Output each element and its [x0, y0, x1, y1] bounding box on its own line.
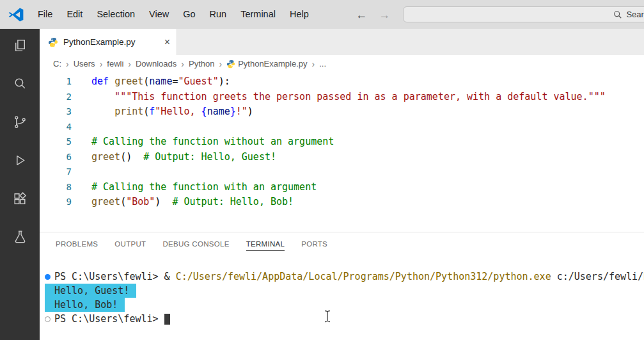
terminal-line[interactable]: Hello, Bob! — [40, 298, 644, 312]
search-icon — [613, 10, 622, 19]
line-number[interactable]: 1 — [40, 74, 72, 90]
menu-edit[interactable]: Edit — [59, 0, 90, 29]
title-bar: FileEditSelectionViewGoRunTerminalHelp ←… — [0, 0, 644, 29]
terminal-line[interactable]: Hello, Guest! — [40, 284, 644, 298]
code-line-4[interactable]: 4 — [40, 120, 644, 135]
close-icon[interactable]: × — [164, 37, 170, 47]
line-number[interactable]: 5 — [40, 134, 72, 150]
breadcrumb-item-c[interactable]: C: — [53, 59, 61, 69]
extensions-icon[interactable] — [12, 191, 28, 207]
history-navigation: ← → — [356, 0, 390, 29]
forward-arrow-icon[interactable]: → — [379, 9, 390, 20]
terminal-cursor — [164, 314, 170, 325]
chevron-right-icon: › — [181, 59, 184, 69]
line-number[interactable]: 6 — [40, 150, 72, 165]
editor-group: PythonExample.py × C:›Users›fewli›Downlo… — [40, 29, 644, 340]
terminal-content[interactable]: PS C:\Users\fewli> & C:/Users/fewli/AppD… — [40, 258, 644, 326]
search-placeholder: Search — [626, 10, 644, 19]
code-line-content[interactable]: greet() # Output: Hello, Guest! — [91, 150, 276, 165]
code-line-7[interactable]: 7 — [40, 165, 644, 180]
code-line-content[interactable]: print(f"Hello, {name}!") — [91, 104, 253, 120]
testing-icon[interactable] — [12, 229, 28, 245]
files-icon[interactable] — [12, 37, 28, 53]
panel-tab-terminal[interactable]: TERMINAL — [238, 232, 294, 258]
line-number[interactable]: 7 — [40, 165, 72, 180]
command-decoration-dot[interactable] — [45, 274, 51, 280]
mouse-cursor-ibeam — [323, 310, 332, 323]
line-number[interactable]: 8 — [40, 180, 72, 195]
menu-file[interactable]: File — [31, 0, 59, 29]
breadcrumb: C:›Users›fewli›Downloads›Python› PythonE… — [40, 55, 644, 72]
tab-label: PythonExample.py — [63, 37, 136, 47]
chevron-right-icon: › — [219, 59, 222, 69]
vscode-logo-icon — [8, 6, 24, 23]
code-line-content[interactable]: greet("Bob") # Output: Hello, Bob! — [91, 195, 294, 210]
menu-run[interactable]: Run — [203, 0, 234, 29]
line-number[interactable]: 9 — [40, 195, 72, 210]
selected-terminal-text: Hello, Guest! — [45, 284, 136, 298]
code-line-3[interactable]: 3 print(f"Hello, {name}!") — [40, 104, 644, 120]
menu-go[interactable]: Go — [176, 0, 202, 29]
selected-terminal-text: Hello, Bob! — [45, 298, 125, 312]
run-debug-icon[interactable] — [12, 152, 28, 168]
code-line-content[interactable]: def greet(name="Guest"): — [91, 74, 230, 90]
menu-bar: FileEditSelectionViewGoRunTerminalHelp — [31, 0, 316, 29]
activity-bar — [0, 29, 40, 340]
code-line-1[interactable]: 1def greet(name="Guest"): — [40, 74, 644, 90]
chevron-right-icon: › — [312, 59, 315, 69]
code-line-5[interactable]: 5# Calling the function without an argum… — [40, 134, 644, 150]
panel-tab-debug-console[interactable]: DEBUG CONSOLE — [154, 232, 237, 258]
chevron-right-icon: › — [100, 59, 103, 69]
back-arrow-icon[interactable]: ← — [356, 9, 367, 20]
breadcrumb-item-python[interactable]: Python — [189, 59, 214, 69]
breadcrumb-item-downloads[interactable]: Downloads — [136, 59, 177, 69]
panel-tab-ports[interactable]: PORTS — [293, 232, 336, 258]
python-icon — [48, 37, 58, 47]
chevron-right-icon: › — [128, 59, 131, 69]
line-number[interactable]: 2 — [40, 90, 72, 105]
terminal-line[interactable]: PS C:\Users\fewli> — [40, 312, 644, 326]
breadcrumb-item-users[interactable]: Users — [74, 59, 95, 69]
menu-view[interactable]: View — [142, 0, 176, 29]
menu-help[interactable]: Help — [283, 0, 316, 29]
code-line-2[interactable]: 2 """This function greets the person pas… — [40, 90, 644, 105]
breadcrumb-item-pythonexamplepy[interactable]: PythonExample.py — [226, 59, 307, 69]
menu-selection[interactable]: Selection — [90, 0, 142, 29]
menu-terminal[interactable]: Terminal — [233, 0, 283, 29]
tab-pythonexample-py[interactable]: PythonExample.py × — [40, 29, 177, 55]
search-box[interactable]: Search — [403, 6, 644, 22]
code-line-9[interactable]: 9greet("Bob") # Output: Hello, Bob! — [40, 195, 644, 210]
breadcrumb-item-more[interactable]: ... — [319, 59, 326, 69]
source-control-icon[interactable] — [12, 114, 28, 130]
chevron-right-icon: › — [66, 59, 69, 69]
command-decoration-ring[interactable] — [45, 316, 51, 322]
code-line-6[interactable]: 6greet() # Output: Hello, Guest! — [40, 150, 644, 165]
panel-tab-output[interactable]: OUTPUT — [106, 232, 154, 258]
code-line-content[interactable]: # Calling the function without an argume… — [91, 134, 334, 150]
code-line-content[interactable]: """This function greets the person passe… — [91, 90, 606, 105]
panel-tabs: PROBLEMSOUTPUTDEBUG CONSOLETERMINALPORTS — [40, 232, 644, 258]
terminal-line[interactable]: PS C:\Users\fewli> & C:/Users/fewli/AppD… — [40, 270, 644, 284]
panel-tab-problems[interactable]: PROBLEMS — [47, 232, 106, 258]
code-area[interactable]: 1def greet(name="Guest"):2 """This funct… — [40, 72, 644, 210]
line-number[interactable]: 3 — [40, 104, 72, 120]
line-number[interactable]: 4 — [40, 120, 72, 135]
search-icon[interactable] — [12, 76, 28, 92]
bottom-panel: PROBLEMSOUTPUTDEBUG CONSOLETERMINALPORTS… — [40, 232, 644, 340]
code-line-8[interactable]: 8# Calling the function with an argument — [40, 180, 644, 195]
breadcrumb-item-fewli[interactable]: fewli — [107, 59, 123, 69]
tab-bar: PythonExample.py × — [40, 29, 644, 55]
code-line-content[interactable]: # Calling the function with an argument — [91, 180, 317, 195]
